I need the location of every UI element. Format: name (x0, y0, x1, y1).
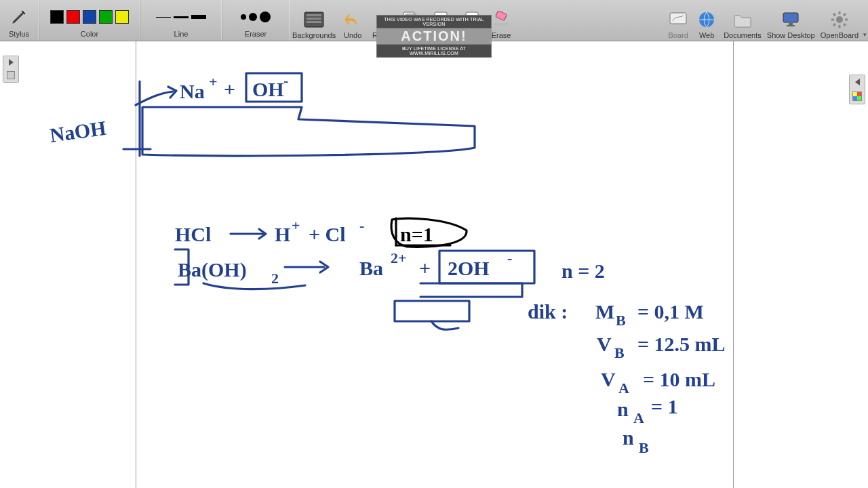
color-group[interactable]: Color (39, 0, 140, 41)
page (136, 41, 734, 488)
board-icon (667, 8, 690, 31)
documents-button[interactable]: Documents (721, 0, 764, 41)
svg-rect-13 (789, 23, 793, 25)
toolbar-spacer (515, 0, 664, 41)
documents-label: Documents (724, 31, 762, 39)
board-label: Board (668, 31, 688, 39)
monitor-icon (779, 8, 802, 31)
svg-rect-2 (307, 18, 321, 20)
backgrounds-label: Backgrounds (292, 31, 336, 39)
svg-rect-14 (787, 25, 795, 26)
erase-icon (490, 8, 513, 31)
globe-icon (695, 8, 718, 31)
line-thin[interactable] (156, 17, 171, 18)
eraser-small[interactable] (241, 14, 246, 20)
show-desktop-button[interactable]: Show Desktop (764, 0, 818, 41)
color-red[interactable] (66, 10, 80, 24)
openboard-button[interactable]: OpenBoard (818, 0, 861, 41)
color-black[interactable] (50, 10, 64, 24)
svg-point-15 (836, 16, 843, 23)
svg-line-22 (844, 14, 846, 16)
gear-icon (828, 8, 851, 31)
stylus-label: Stylus (9, 30, 29, 39)
web-label: Web (699, 31, 714, 39)
dock-square-icon (7, 71, 15, 79)
svg-rect-9 (494, 23, 509, 26)
trial-watermark: THIS VIDEO WAS RECORDED WITH TRIAL VERSI… (376, 15, 492, 58)
undo-label: Undo (344, 31, 361, 39)
watermark-brand: ACTION! (376, 28, 492, 44)
eraser-med[interactable] (249, 13, 257, 21)
watermark-top: THIS VIDEO WAS RECORDED WITH TRIAL VERSI… (376, 15, 492, 28)
backgrounds-icon (302, 8, 326, 31)
folder-icon (731, 8, 754, 31)
expand-left-icon[interactable] (9, 59, 14, 66)
expand-right-icon[interactable] (855, 79, 860, 85)
line-label: Line (174, 30, 189, 39)
backgrounds-button[interactable]: Backgrounds (290, 0, 338, 41)
svg-rect-12 (783, 13, 798, 22)
color-blue[interactable] (83, 10, 96, 24)
show-desktop-label: Show Desktop (767, 31, 815, 39)
left-dock[interactable] (3, 56, 19, 83)
undo-icon (341, 8, 364, 31)
color-green[interactable] (99, 10, 113, 24)
svg-line-21 (844, 24, 846, 26)
svg-rect-10 (670, 13, 686, 24)
color-label: Color (81, 30, 98, 39)
eraser-large[interactable] (260, 12, 271, 22)
undo-button[interactable]: Undo (338, 0, 367, 41)
color-yellow[interactable] (115, 10, 129, 24)
svg-rect-3 (307, 21, 321, 23)
svg-line-23 (833, 24, 835, 26)
line-group[interactable]: Line (140, 0, 222, 41)
eraser-label: Eraser (245, 30, 267, 39)
menu-chevron-icon[interactable]: ▾ (861, 0, 868, 41)
openboard-label: OpenBoard (821, 31, 859, 39)
svg-rect-1 (307, 14, 321, 16)
pen-icon (7, 7, 31, 27)
board-button[interactable]: Board (664, 0, 692, 41)
line-med[interactable] (174, 16, 189, 18)
dock-palette-icon (852, 92, 862, 101)
watermark-bottom: BUY LIFETIME LICENSE AT WWW.MIRILLIS.COM (376, 44, 492, 58)
svg-line-20 (833, 14, 835, 16)
eraser-group[interactable]: Eraser (222, 0, 290, 41)
stylus-group[interactable]: Stylus (0, 0, 39, 41)
erase-label: Erase (492, 31, 511, 39)
svg-rect-8 (496, 11, 507, 20)
line-thick[interactable] (191, 15, 206, 19)
web-button[interactable]: Web (692, 0, 721, 41)
right-dock[interactable] (849, 75, 865, 104)
